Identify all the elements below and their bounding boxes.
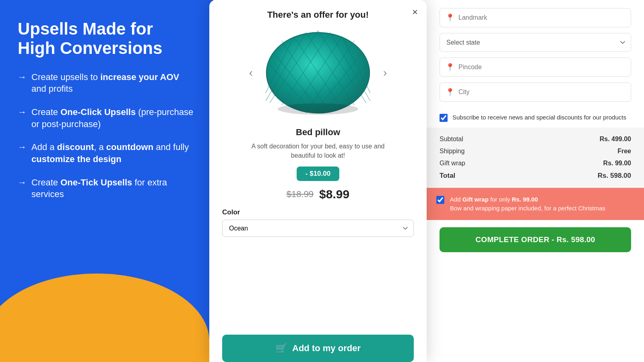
add-to-order-label: Add to my order — [292, 343, 361, 354]
pincode-input[interactable] — [458, 64, 625, 71]
main-heading: Upsells Made forHigh Conversions — [18, 19, 196, 58]
total-value: Rs. 598.00 — [598, 172, 631, 180]
feature-text-2: Create One-Click Upsells (pre-purchase o… — [31, 106, 196, 130]
subscribe-checkbox[interactable] — [440, 114, 448, 122]
carousel-next-button[interactable]: › — [378, 66, 392, 79]
giftwrap-value: Rs. 99.00 — [603, 160, 631, 167]
product-desc: A soft decoration for your bed, easy to … — [242, 142, 394, 160]
original-price: $18.99 — [287, 189, 314, 200]
landmark-field: 📍 — [440, 8, 631, 27]
right-panel: 📍 Select state 📍 📍 Subscribe to receive … — [427, 0, 644, 362]
color-section: Color Ocean Blue Green Red — [222, 208, 414, 237]
subscribe-row: Subscribe to receive news and special di… — [427, 107, 644, 128]
shipping-label: Shipping — [440, 148, 464, 155]
product-carousel: ‹ — [222, 27, 414, 119]
arrow-icon-1: → — [18, 72, 27, 82]
shipping-value: Free — [617, 148, 631, 155]
gift-wrap-promo-text: Add Gift wrap for only Rs. 99.00 Bow and… — [450, 195, 605, 213]
pincode-field: 📍 — [440, 58, 631, 77]
subtotal-label: Subtotal — [440, 136, 463, 143]
product-image — [258, 27, 378, 119]
feature-list: → Create upsells to increase your AOV an… — [18, 71, 196, 201]
feature-text-4: Create One-Tick Upsells for extra servic… — [31, 177, 196, 200]
total-label: Total — [440, 172, 455, 180]
orange-blob — [0, 274, 209, 362]
landmark-icon: 📍 — [446, 13, 454, 22]
left-panel: Upsells Made forHigh Conversions → Creat… — [0, 0, 213, 362]
discount-badge: - $10.00 — [297, 167, 339, 181]
color-label: Color — [222, 208, 414, 216]
city-field: 📍 — [440, 82, 631, 102]
gift-wrap-checkbox[interactable] — [436, 196, 444, 204]
add-to-order-button[interactable]: 🛒 Add to my order — [222, 335, 414, 362]
total-row: Total Rs. 598.00 — [440, 172, 631, 180]
complete-order-button[interactable]: COMPLETE ORDER - Rs. 598.00 — [440, 227, 631, 252]
upsell-modal: × There's an offer for you! ‹ — [209, 0, 427, 362]
arrow-icon-4: → — [18, 177, 27, 188]
arrow-icon-2: → — [18, 107, 27, 117]
product-name: Bed pillow — [296, 127, 340, 138]
subtotal-value: Rs. 499.00 — [600, 136, 631, 143]
city-input[interactable] — [458, 88, 625, 96]
landmark-input[interactable] — [458, 14, 625, 21]
address-fields: 📍 Select state 📍 📍 — [427, 8, 644, 107]
feature-item-4: → Create One-Tick Upsells for extra serv… — [18, 177, 196, 200]
feature-text-1: Create upsells to increase your AOV and … — [31, 71, 196, 95]
city-icon: 📍 — [446, 88, 454, 97]
state-select-wrapper: Select state — [440, 33, 631, 52]
feature-item-1: → Create upsells to increase your AOV an… — [18, 71, 196, 95]
feature-text-3: Add a discount, a countdown and fully cu… — [31, 141, 196, 165]
carousel-prev-button[interactable]: ‹ — [244, 66, 258, 79]
gift-wrap-promo: Add Gift wrap for only Rs. 99.00 Bow and… — [427, 188, 644, 220]
color-select[interactable]: Ocean Blue Green Red — [222, 220, 414, 237]
giftwrap-row: Gift wrap Rs. 99.00 — [440, 160, 631, 167]
feature-item-3: → Add a discount, a countdown and fully … — [18, 141, 196, 165]
giftwrap-label: Gift wrap — [440, 160, 465, 167]
state-select[interactable]: Select state — [440, 33, 631, 51]
svg-point-18 — [278, 103, 358, 115]
close-button[interactable]: × — [412, 7, 418, 17]
sale-price: $8.99 — [319, 187, 349, 201]
shipping-row: Shipping Free — [440, 148, 631, 155]
subtotal-row: Subtotal Rs. 499.00 — [440, 136, 631, 143]
cart-icon: 🛒 — [275, 343, 287, 354]
pincode-icon: 📍 — [446, 63, 454, 72]
arrow-icon-3: → — [18, 142, 27, 152]
price-row: $18.99 $8.99 — [287, 187, 349, 201]
order-summary: Subtotal Rs. 499.00 Shipping Free Gift w… — [427, 128, 644, 188]
subscribe-text: Subscribe to receive news and special di… — [452, 113, 626, 121]
offer-title: There's an offer for you! — [267, 10, 369, 20]
feature-item-2: → Create One-Click Upsells (pre-purchase… — [18, 106, 196, 130]
